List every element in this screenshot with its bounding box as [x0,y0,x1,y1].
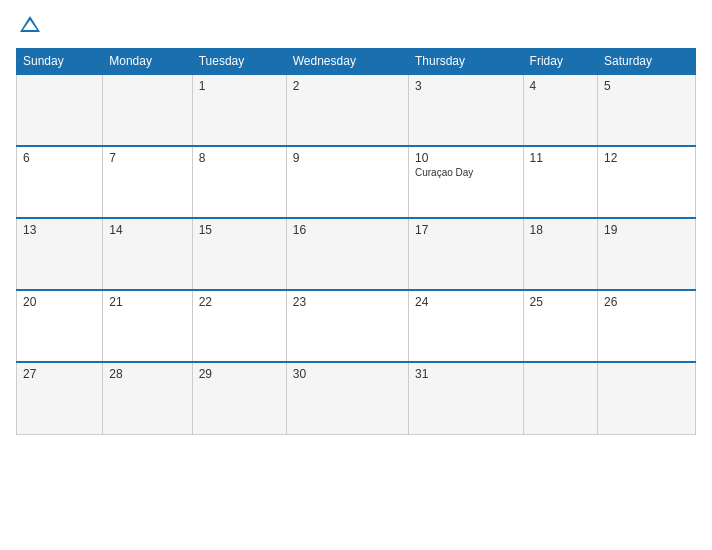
calendar-cell: 31 [409,362,524,434]
header-monday: Monday [103,49,192,75]
day-number: 16 [293,223,402,237]
calendar-cell: 7 [103,146,192,218]
day-number: 11 [530,151,591,165]
day-number: 15 [199,223,280,237]
calendar-cell: 5 [597,74,695,146]
calendar-cell: 28 [103,362,192,434]
day-number: 1 [199,79,280,93]
day-number: 13 [23,223,96,237]
calendar-cell [103,74,192,146]
calendar-cell: 4 [523,74,597,146]
header-thursday: Thursday [409,49,524,75]
day-number: 18 [530,223,591,237]
calendar-cell: 19 [597,218,695,290]
calendar-cell: 2 [286,74,408,146]
day-number: 19 [604,223,689,237]
day-number: 23 [293,295,402,309]
day-number: 20 [23,295,96,309]
calendar-cell [523,362,597,434]
day-number: 5 [604,79,689,93]
day-number: 12 [604,151,689,165]
calendar-cell: 18 [523,218,597,290]
calendar-table: Sunday Monday Tuesday Wednesday Thursday… [16,48,696,435]
calendar-cell: 13 [17,218,103,290]
calendar-cell: 30 [286,362,408,434]
logo-icon [16,12,44,40]
day-number: 22 [199,295,280,309]
calendar-cell: 27 [17,362,103,434]
header-sunday: Sunday [17,49,103,75]
calendar-cell: 26 [597,290,695,362]
calendar-cell: 24 [409,290,524,362]
day-number: 28 [109,367,185,381]
header-wednesday: Wednesday [286,49,408,75]
day-number: 24 [415,295,517,309]
calendar-cell: 10Curaçao Day [409,146,524,218]
day-number: 31 [415,367,517,381]
day-number: 17 [415,223,517,237]
calendar-cell: 21 [103,290,192,362]
calendar-cell: 16 [286,218,408,290]
calendar-cell: 29 [192,362,286,434]
calendar-cell: 17 [409,218,524,290]
header-saturday: Saturday [597,49,695,75]
calendar-cell [17,74,103,146]
calendar-week-row: 12345 [17,74,696,146]
calendar-cell: 6 [17,146,103,218]
day-number: 26 [604,295,689,309]
day-number: 30 [293,367,402,381]
calendar-cell: 1 [192,74,286,146]
calendar-week-row: 20212223242526 [17,290,696,362]
event-label: Curaçao Day [415,167,517,178]
day-number: 29 [199,367,280,381]
day-number: 4 [530,79,591,93]
day-number: 21 [109,295,185,309]
calendar-week-row: 13141516171819 [17,218,696,290]
day-number: 8 [199,151,280,165]
day-number: 9 [293,151,402,165]
header-tuesday: Tuesday [192,49,286,75]
calendar-cell: 15 [192,218,286,290]
calendar-cell: 25 [523,290,597,362]
calendar-header [16,12,696,40]
day-number: 6 [23,151,96,165]
calendar-cell: 14 [103,218,192,290]
calendar-week-row: 678910Curaçao Day1112 [17,146,696,218]
calendar-cell: 8 [192,146,286,218]
calendar-cell: 12 [597,146,695,218]
calendar-page: Sunday Monday Tuesday Wednesday Thursday… [0,0,712,550]
day-headers-row: Sunday Monday Tuesday Wednesday Thursday… [17,49,696,75]
day-number: 7 [109,151,185,165]
calendar-week-row: 2728293031 [17,362,696,434]
calendar-cell: 11 [523,146,597,218]
header-friday: Friday [523,49,597,75]
logo [16,12,48,40]
day-number: 10 [415,151,517,165]
calendar-cell: 9 [286,146,408,218]
day-number: 14 [109,223,185,237]
calendar-cell [597,362,695,434]
calendar-cell: 3 [409,74,524,146]
day-number: 3 [415,79,517,93]
day-number: 27 [23,367,96,381]
calendar-cell: 22 [192,290,286,362]
day-number: 25 [530,295,591,309]
day-number: 2 [293,79,402,93]
calendar-cell: 23 [286,290,408,362]
calendar-cell: 20 [17,290,103,362]
